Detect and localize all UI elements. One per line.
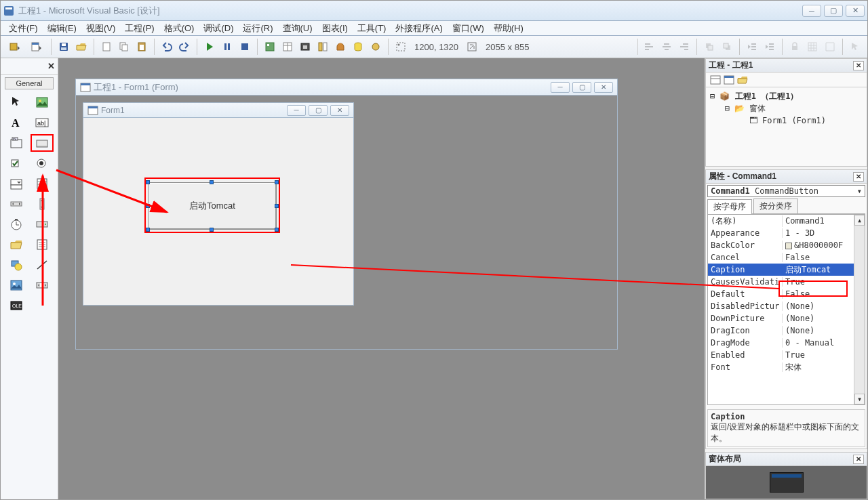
run-button[interactable] xyxy=(201,39,218,55)
ole-tool[interactable]: OLE xyxy=(5,297,28,314)
listbox-tool[interactable] xyxy=(31,175,54,192)
prop-row-caption[interactable]: Caption启动Tomcat xyxy=(708,264,865,276)
prop-row-backcolor[interactable]: BackColor&H8000000F xyxy=(708,239,865,251)
prop-row-default[interactable]: DefaultFalse xyxy=(708,288,865,300)
close-button[interactable]: ✕ xyxy=(846,5,865,17)
menu-project[interactable]: 工程(P) xyxy=(121,21,158,36)
optionbutton-tool[interactable] xyxy=(31,154,54,172)
view-object-icon[interactable] xyxy=(724,75,734,85)
design-min-button[interactable]: ─ xyxy=(551,82,570,93)
grid-button[interactable] xyxy=(804,39,821,55)
prop-row-causesvalidati[interactable]: CausesValidatiTrue xyxy=(708,276,865,288)
save-button[interactable] xyxy=(56,39,72,55)
component-button[interactable] xyxy=(368,39,384,55)
props-tab-category[interactable]: 按分类序 xyxy=(753,199,798,213)
add-form-dropdown[interactable] xyxy=(26,39,47,55)
formlayout-preview[interactable] xyxy=(706,466,867,499)
line-tool[interactable] xyxy=(31,256,54,274)
formlayout-close[interactable]: ✕ xyxy=(853,455,864,464)
form-max-button[interactable]: ▢ xyxy=(309,105,328,116)
sel-handle[interactable] xyxy=(275,228,279,232)
properties-window-button[interactable] xyxy=(279,39,296,55)
menu-window[interactable]: 窗口(W) xyxy=(448,21,488,36)
picturebox-tool[interactable] xyxy=(31,93,54,111)
paste-button[interactable] xyxy=(134,39,150,55)
mini-form[interactable] xyxy=(770,472,804,493)
prop-row-cancel[interactable]: CancelFalse xyxy=(708,251,865,264)
sel-handle[interactable] xyxy=(146,204,150,208)
hscrollbar-tool[interactable] xyxy=(5,195,28,213)
toolbox-tab-general[interactable]: General xyxy=(5,77,54,89)
align-left-button[interactable] xyxy=(641,39,657,55)
lock-button[interactable] xyxy=(787,39,803,55)
prop-row-font[interactable]: Font宋体 xyxy=(708,361,865,373)
menu-format[interactable]: 格式(O) xyxy=(160,21,199,36)
project-tree[interactable]: ⊟ 📦 工程1 （工程1） ⊟ 📂 窗体 🗔 Form1 (Form1) xyxy=(706,87,867,148)
copy-button[interactable] xyxy=(116,39,132,55)
prop-row-dragicon[interactable]: DragIcon(None) xyxy=(708,325,865,337)
view-code-icon[interactable] xyxy=(710,75,721,85)
design-max-button[interactable]: ▢ xyxy=(572,82,591,93)
bring-front-button[interactable] xyxy=(701,39,717,55)
props-tab-alpha[interactable]: 按字母序 xyxy=(707,199,752,214)
menu-view[interactable]: 视图(V) xyxy=(82,21,119,36)
form-close-button[interactable]: ✕ xyxy=(330,105,349,116)
commandbutton-tool[interactable] xyxy=(31,134,54,152)
data-view-button[interactable] xyxy=(350,39,366,55)
prop-row-enabled[interactable]: EnabledTrue xyxy=(708,349,865,361)
pause-button[interactable] xyxy=(219,39,235,55)
label-tool[interactable]: A xyxy=(5,114,28,131)
menu-file[interactable]: 文件(F) xyxy=(5,21,42,36)
dirlistbox-tool[interactable] xyxy=(5,236,28,253)
menu-debug[interactable]: 调试(D) xyxy=(199,21,237,36)
checkbox-tool[interactable] xyxy=(5,154,28,172)
stop-button[interactable] xyxy=(237,39,253,55)
sel-handle[interactable] xyxy=(146,228,150,232)
outdent-button[interactable] xyxy=(744,39,760,55)
align-center-button[interactable] xyxy=(658,39,675,55)
add-project-dropdown[interactable] xyxy=(5,39,25,55)
sel-handle[interactable] xyxy=(210,228,214,232)
menu-edit[interactable]: 编辑(E) xyxy=(43,21,81,36)
menu-diagram[interactable]: 图表(I) xyxy=(318,21,352,36)
form-layout-button[interactable] xyxy=(297,39,313,55)
project-panel-close[interactable]: ✕ xyxy=(853,61,864,70)
toolbox-close[interactable]: ✕ xyxy=(1,58,58,75)
drivelistbox-tool[interactable] xyxy=(31,215,54,233)
menu-run[interactable]: 运行(R) xyxy=(239,21,277,36)
menu-query[interactable]: 查询(U) xyxy=(279,21,317,36)
maximize-button[interactable]: ▢ xyxy=(824,5,843,17)
data-tool[interactable] xyxy=(31,276,54,294)
minimize-button[interactable]: ─ xyxy=(802,5,821,17)
scroll-down-icon[interactable]: ▾ xyxy=(854,394,865,404)
design-close-button[interactable]: ✕ xyxy=(594,82,613,93)
vscrollbar-tool[interactable] xyxy=(31,195,54,213)
filelistbox-tool[interactable] xyxy=(31,236,54,253)
form-min-button[interactable]: ─ xyxy=(287,105,306,116)
prop-row-[interactable]: (名称)Command1 xyxy=(708,215,865,227)
sel-handle[interactable] xyxy=(275,204,279,208)
send-back-button[interactable] xyxy=(719,39,735,55)
prop-row-disabledpictur[interactable]: DisabledPictur(None) xyxy=(708,300,865,312)
textbox-tool[interactable]: ab| xyxy=(31,114,54,131)
menu-addins[interactable]: 外接程序(A) xyxy=(391,21,446,36)
new-project-button[interactable] xyxy=(98,39,115,55)
combobox-tool[interactable] xyxy=(5,175,28,192)
menu-help[interactable]: 帮助(H) xyxy=(490,21,528,36)
folder-icon[interactable] xyxy=(737,75,748,85)
command1-button[interactable]: 启动Tomcat xyxy=(148,182,277,230)
indent-button[interactable] xyxy=(762,39,778,55)
properties-grid[interactable]: (名称)Command1Appearance1 - 3DBackColor&H8… xyxy=(707,214,865,405)
toolbox-button[interactable] xyxy=(332,39,349,55)
snap-button[interactable] xyxy=(822,39,838,55)
align-right-button[interactable] xyxy=(676,39,692,55)
scroll-up-icon[interactable]: ▴ xyxy=(854,215,865,226)
pointer-button[interactable] xyxy=(847,39,863,55)
sel-handle[interactable] xyxy=(275,180,279,184)
object-browser-button[interactable] xyxy=(315,39,331,55)
frame-tool[interactable]: xv xyxy=(5,134,28,152)
pointer-tool[interactable] xyxy=(5,93,28,111)
prop-row-appearance[interactable]: Appearance1 - 3D xyxy=(708,227,865,239)
image-tool[interactable] xyxy=(5,276,28,294)
redo-button[interactable] xyxy=(176,39,193,55)
